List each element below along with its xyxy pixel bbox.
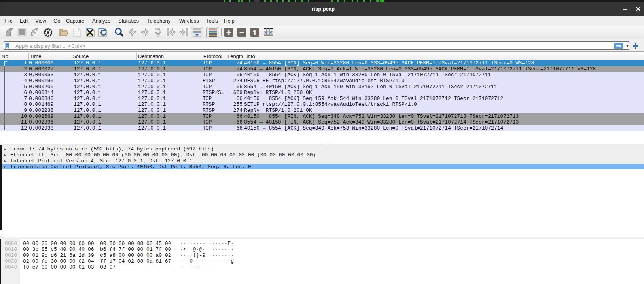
svg-text:0111: 0111 [74, 35, 79, 37]
